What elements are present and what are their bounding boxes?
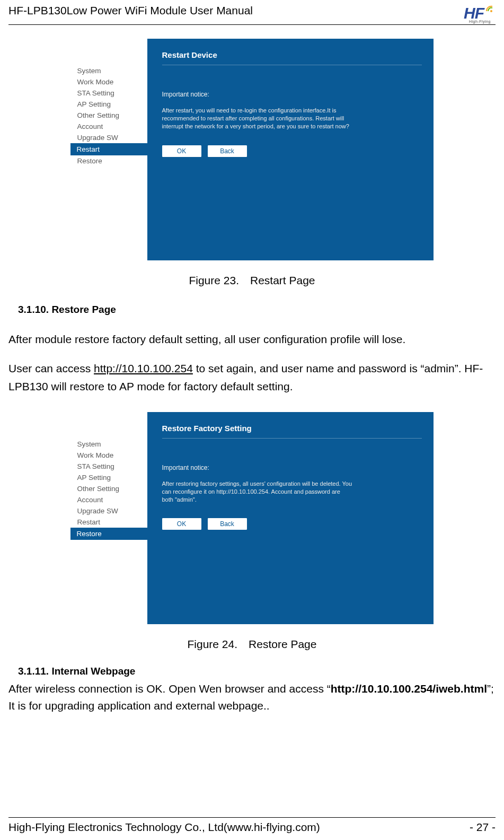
figure-caption: Figure 24. Restore Page bbox=[8, 638, 496, 651]
sidebar-item[interactable]: AP Setting bbox=[71, 99, 147, 110]
body-paragraph: After wireless connection is OK. Open We… bbox=[8, 680, 496, 715]
back-button[interactable]: Back bbox=[208, 518, 247, 530]
sidebar: SystemWork ModeSTA SettingAP SettingOthe… bbox=[71, 412, 147, 624]
sidebar-item[interactable]: Restart bbox=[70, 143, 147, 155]
footer-page-number: - 27 - bbox=[470, 821, 496, 834]
iweb-url: http://10.10.100.254/iweb.html bbox=[331, 682, 487, 695]
sidebar-item[interactable]: Upgrade SW bbox=[71, 505, 147, 517]
sidebar-item[interactable]: Account bbox=[71, 121, 147, 132]
sidebar-item[interactable]: STA Setting bbox=[71, 88, 147, 99]
restart-screenshot: SystemWork ModeSTA SettingAP SettingOthe… bbox=[71, 39, 434, 260]
body-paragraph: User can access http://10.10.100.254 to … bbox=[8, 360, 496, 396]
sidebar-item[interactable]: Work Mode bbox=[71, 450, 147, 461]
sidebar-item[interactable]: Restart bbox=[71, 517, 147, 528]
back-button[interactable]: Back bbox=[208, 145, 247, 157]
footer-company: High-Flying Electronics Technology Co., … bbox=[8, 821, 320, 834]
logo-subtext: High-Flying bbox=[469, 20, 491, 23]
header-title: HF-LPB130Low Power WiFi Module User Manu… bbox=[8, 4, 253, 17]
sidebar-item[interactable]: Work Mode bbox=[71, 76, 147, 88]
notice-label: Important notice: bbox=[162, 464, 434, 471]
sidebar-item[interactable]: Restore bbox=[71, 155, 147, 167]
wifi-icon bbox=[485, 4, 496, 14]
content-panel: Restore Factory Setting Important notice… bbox=[147, 412, 434, 624]
notice-label: Important notice: bbox=[162, 91, 434, 98]
page-header: HF-LPB130Low Power WiFi Module User Manu… bbox=[8, 4, 496, 25]
sidebar-item[interactable]: System bbox=[71, 439, 147, 450]
svg-point-0 bbox=[490, 10, 492, 12]
restore-screenshot: SystemWork ModeSTA SettingAP SettingOthe… bbox=[71, 412, 434, 624]
sidebar-item[interactable]: System bbox=[71, 65, 147, 76]
page-footer: High-Flying Electronics Technology Co., … bbox=[8, 817, 496, 834]
config-url-link[interactable]: http://10.10.100.254 bbox=[94, 362, 193, 374]
sidebar-item[interactable]: Other Setting bbox=[71, 110, 147, 121]
sidebar-item[interactable]: Upgrade SW bbox=[71, 132, 147, 143]
section-heading-3-1-10: 3.1.10. Restore Page bbox=[18, 304, 496, 316]
sidebar-item[interactable]: Other Setting bbox=[71, 483, 147, 494]
section-heading-3-1-11: 3.1.11. Internal Webpage bbox=[18, 666, 496, 677]
text: User can access bbox=[8, 362, 94, 374]
logo: HF High-Flying bbox=[464, 4, 496, 22]
sidebar: SystemWork ModeSTA SettingAP SettingOthe… bbox=[71, 39, 147, 260]
panel-title: Restart Device bbox=[162, 50, 422, 65]
panel-title: Restore Factory Setting bbox=[162, 424, 422, 439]
notice-text: After restoring factory settings, all us… bbox=[162, 480, 353, 504]
content-panel: Restart Device Important notice: After r… bbox=[147, 39, 434, 260]
ok-button[interactable]: OK bbox=[162, 518, 201, 530]
text: After wireless connection is OK. Open We… bbox=[8, 682, 331, 695]
sidebar-item[interactable]: Account bbox=[71, 494, 147, 505]
figure-caption: Figure 23. Restart Page bbox=[8, 274, 496, 287]
notice-text: After restart, you will need to re-login… bbox=[162, 107, 353, 130]
sidebar-item[interactable]: AP Setting bbox=[71, 472, 147, 483]
sidebar-item[interactable]: STA Setting bbox=[71, 461, 147, 472]
ok-button[interactable]: OK bbox=[162, 145, 201, 157]
sidebar-item[interactable]: Restore bbox=[70, 528, 147, 540]
body-paragraph: After module restore factory default set… bbox=[8, 330, 496, 349]
